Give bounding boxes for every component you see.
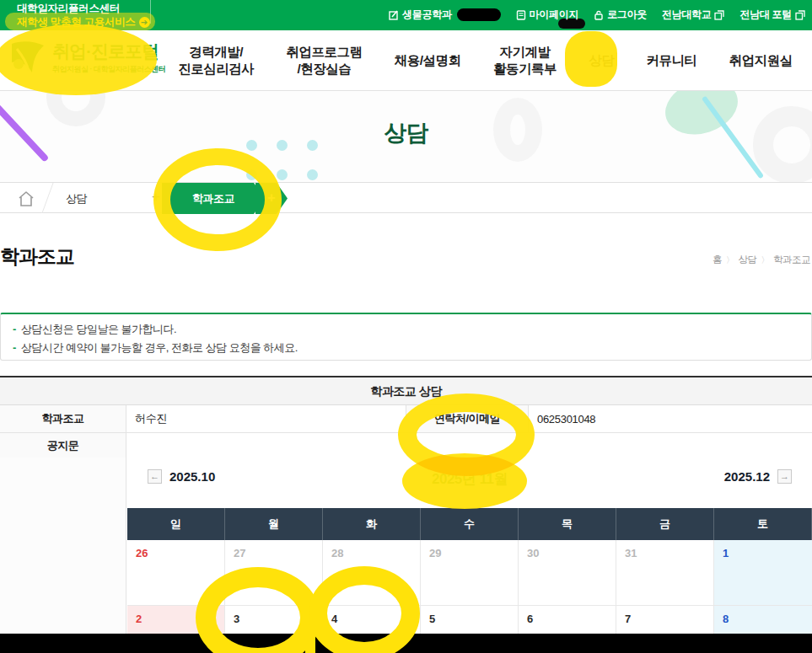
topbar-divider (150, 0, 151, 24)
breadcrumb-tab-bar: 상담 + 학과조교 + (0, 182, 812, 213)
external-window-icon (795, 10, 805, 20)
mypage-label: 마이페이지 (530, 8, 579, 22)
calendar-cell-oct29: 29 (421, 540, 519, 606)
nav-item-label: 활동기록부 (493, 61, 557, 78)
notice-field-value (126, 433, 812, 458)
portal-logo-title: 취업·진로포털 (52, 41, 165, 62)
day-number: 5 (429, 613, 435, 625)
calendar-section: ← 2025.10 2025년 11월 2025.12 → 일 월 화 수 목 … (0, 458, 812, 653)
calendar-cell-oct28: 28 (323, 540, 421, 606)
day-number: 1 (723, 547, 729, 559)
banner-title: 상담 (0, 118, 812, 148)
nav-item-label: 커뮤니티 (647, 52, 697, 69)
portal-logo[interactable]: 취업·진로포털 취업지원실 · 대학일자리플러스센터 (8, 39, 165, 78)
nav-item-label: 상담 (589, 52, 614, 69)
university-label: 전남대학교 (662, 8, 712, 22)
calendar-cell-oct27: 27 (225, 540, 323, 606)
student-service-label: 재학생 맞춤형 고용서비스 (17, 15, 136, 29)
notice-line: 상담시간 예약이 불가능할 경우, 전화로 상담 요청을 하세요. (13, 339, 799, 357)
day-number: 28 (331, 547, 343, 559)
assistant-label: 학과조교 (0, 405, 126, 432)
day-number: 3 (234, 613, 239, 625)
nav-item-label: 경력개발/ (178, 44, 254, 61)
next-month-label: 2025.12 (724, 469, 770, 484)
month-navigation: ← 2025.10 2025년 11월 2025.12 → (148, 469, 792, 488)
redacted-name (457, 8, 501, 21)
page-title: 학과조교 (0, 244, 74, 270)
home-icon[interactable] (17, 190, 35, 208)
nav-item-jobcenter[interactable]: 취업지원실 (729, 52, 793, 69)
nav-item-label: /현장실습 (286, 61, 362, 78)
nav-item-community[interactable]: 커뮤니티 (647, 52, 697, 69)
contact-label: 연락처/이메일 (406, 405, 529, 432)
day-number: 27 (234, 547, 245, 559)
center-name-label: 대학일자리플러스센터 (17, 2, 150, 15)
nav-item-recruit[interactable]: 채용/설명회 (395, 52, 461, 69)
external-window-icon (714, 10, 724, 20)
notice-line: 상담신청은 당일날은 불가합니다. (13, 320, 799, 339)
day-number: 4 (331, 613, 337, 625)
nav-item-label: 자기계발 (493, 44, 557, 61)
breadcrumb-home[interactable]: 홈 (713, 254, 722, 266)
table-row: 학과조교 허수진 연락처/이메일 0625301048 (0, 405, 812, 433)
add-tab-button[interactable]: + (152, 189, 160, 206)
nav-item-career[interactable]: 경력개발/ 진로심리검사 (178, 44, 254, 78)
dept-link[interactable]: 생물공학과 (389, 8, 501, 22)
nav-item-selfdev[interactable]: 자기계발 활동기록부 (493, 44, 557, 78)
page-banner: 상담 (0, 91, 812, 182)
top-utility-bar: 대학일자리플러스센터 재학생 맞춤형 고용서비스 ➔ 생물공학과 마이페이지 로… (0, 0, 812, 30)
weekday-header-tue: 화 (323, 508, 421, 540)
nav-item-label: 취업지원실 (729, 52, 793, 69)
document-icon (516, 10, 526, 20)
crumb-separator (41, 183, 53, 213)
weekday-header-sat: 토 (714, 508, 812, 540)
logout-link[interactable]: 로그아웃 (594, 8, 647, 22)
nav-item-counsel[interactable]: 상담 (589, 52, 614, 69)
university-link[interactable]: 전남대학교 (662, 8, 725, 22)
assistant-name-value: 허수진 (126, 405, 406, 432)
breadcrumb-current: 학과조교 (773, 254, 810, 266)
mypage-link[interactable]: 마이페이지 (516, 8, 579, 22)
table-row: 공지문 (0, 433, 812, 458)
chevron-right-icon: 〉 (726, 254, 734, 266)
calendar-cell-nov1: 1 (714, 540, 812, 606)
breadcrumb: 홈 〉 상담 〉 학과조교 (713, 254, 810, 266)
current-month-label: 2025년 11월 (148, 469, 792, 489)
day-number: 8 (723, 613, 729, 625)
table-caption: 학과조교 상담 (0, 377, 812, 405)
tab-crumb-counsel[interactable]: 상담 (66, 191, 87, 206)
main-navbar: 취업·진로포털 취업지원실 · 대학일자리플러스센터 경력개발/ 진로심리검사 … (0, 30, 812, 91)
chevron-right-icon: 〉 (761, 254, 770, 266)
calendar-cell-oct31: 31 (616, 540, 714, 606)
nav-item-label: 진로심리검사 (178, 61, 254, 78)
weekday-header-wed: 수 (421, 508, 519, 540)
day-number: 6 (527, 613, 533, 625)
notice-field-label: 공지문 (0, 433, 126, 458)
student-service-link[interactable]: 재학생 맞춤형 고용서비스 ➔ (17, 15, 150, 29)
logout-label: 로그아웃 (607, 8, 647, 22)
contact-value: 0625301048 (529, 405, 812, 432)
tab-plus-button[interactable]: + (255, 183, 288, 214)
calendar-table: 일 월 화 수 목 금 토 26 27 28 29 30 31 1 2 3 11… (127, 508, 812, 653)
day-number: 29 (429, 547, 441, 559)
calendar-cell-oct26: 26 (127, 540, 225, 606)
day-number: 26 (136, 547, 148, 559)
portal-link[interactable]: 전남대 포털 (739, 8, 805, 22)
lock-icon (594, 10, 604, 20)
nav-item-label: 취업프로그램 (286, 44, 362, 61)
active-tab-assistant[interactable]: 학과조교 (162, 183, 265, 214)
weekday-header-sun: 일 (127, 508, 225, 540)
nav-item-label: 채용/설명회 (395, 52, 461, 69)
edit-icon (389, 10, 399, 20)
page-head: 학과조교 홈 〉 상담 〉 학과조교 (0, 213, 812, 313)
portal-logo-subtitle: 취업지원실 · 대학일자리플러스센터 (52, 64, 165, 75)
nav-item-program[interactable]: 취업프로그램 /현장실습 (286, 44, 362, 78)
arrow-circle-icon: ➔ (139, 17, 150, 28)
day-number: 31 (625, 547, 637, 559)
weekday-header-mon: 월 (225, 508, 323, 540)
breadcrumb-counsel[interactable]: 상담 (739, 254, 757, 266)
portal-logo-emblem (8, 39, 47, 78)
next-month-button[interactable]: → (777, 469, 792, 484)
notice-box: 상담신청은 당일날은 불가합니다. 상담시간 예약이 불가능할 경우, 전화로 … (0, 313, 812, 361)
assistant-info-table: 학과조교 상담 학과조교 허수진 연락처/이메일 0625301048 공지문 (0, 376, 812, 458)
